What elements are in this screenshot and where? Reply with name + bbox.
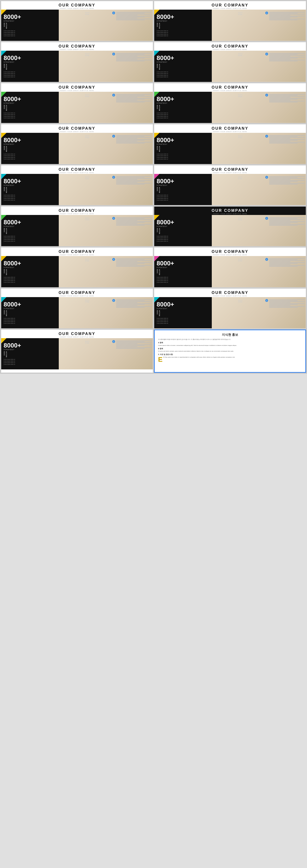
doc-line [116,302,152,302]
body-text: Lorem ipsum dolor sitLorem ipsum dolor s… [4,153,57,160]
doc-line [116,183,152,184]
slide-title: OUR COMPANY [2,126,152,131]
slide-subtitle: INSERT YOUR GREAT SUBTITLE HERE [155,295,305,297]
slide-card-17: OUR COMPANYINSERT YOUR GREAT SUBTITLE HE… [1,330,153,373]
doc-section-3: 3. 의견 및 첨언사항:EE Duis aute irure dolor in… [158,353,302,358]
doc-line [116,61,145,61]
slide-subtitle: INSERT YOUR GREAT SUBTITLE HERE [155,131,305,132]
doc-line [116,94,152,95]
doc-line [116,223,137,224]
slide-title: OUR COMPANY [155,85,305,90]
right-panel: iSUCCSTEE [212,215,306,246]
doc-line [116,12,152,12]
slide-content-area: 8000+STRATEGYSUCCACTIONLorem ipsum dolor… [154,10,306,41]
doc-line [269,137,305,137]
doc-line [269,136,298,137]
slide-header: OUR COMPANYINSERT YOUR GREAT SUBTITLE HE… [1,248,153,256]
doc-line [269,223,291,224]
strategy-label: STRATEGY [4,225,57,227]
chart-area [214,256,266,278]
doc-line [269,53,305,54]
slide-card-10: OUR COMPANYINSERT YOUR GREAT SUBTITLE HE… [154,165,306,205]
slide-header: OUR COMPANYINSERT YOUR GREAT SUBTITLE HE… [154,289,306,297]
strategy-label: STRATEGY [4,308,57,309]
doc-line [116,55,152,56]
succ-action-block: SUCCACTION [157,228,210,234]
doc-line [269,218,298,219]
doc-line [269,58,298,58]
big-number: 8000+ [157,219,210,225]
doc-line [269,98,305,98]
body-text-line: Lorem ipsum dolor sit [4,280,57,281]
body-text-line: Lorem ipsum dolor sit [157,198,210,199]
action-label: ACTION [6,146,7,152]
chart-area [61,256,113,278]
doc-line [116,302,137,303]
doc-line [269,176,305,177]
slide-content-area: 8000+STRATEGYSUCCACTIONLorem ipsum dolor… [154,297,306,328]
doc-line [116,222,145,223]
succ-action-block: SUCCACTION [157,23,210,29]
slide-subtitle: INSERT YOUR GREAT SUBTITLE HERE [2,295,152,297]
doc-line [116,16,152,16]
doc-line [116,307,145,308]
accent-corner [154,10,160,15]
slide-title: OUR COMPANY [155,167,305,172]
doc-section-0: 지식현대협회 회원 여러분의 협조에 감사드립니다. 이 홍보자료는 여러분의 … [158,338,302,341]
doc-line [116,225,145,225]
doc-line [269,135,305,136]
slide-card-4: OUR COMPANYINSERT YOUR GREAT SUBTITLE HE… [154,42,306,82]
succ-action-block: SUCCACTION [4,64,57,70]
big-number: 8000+ [157,178,210,184]
action-label: ACTION [6,269,7,275]
right-panel: iSUCCSTEE [212,256,306,287]
body-text-line: Lorem ipsum dolor sit [4,71,57,73]
doc-line [269,60,305,60]
doc-line [269,55,305,56]
doc-lines [269,135,305,144]
doc-line [116,100,137,100]
accent-corner [154,215,160,220]
success-label: SUCC [157,64,158,70]
slide-subtitle: INSERT YOUR GREAT SUBTITLE HERE [155,254,305,255]
doc-line [269,220,291,221]
doc-line [116,184,145,184]
doc-line [116,260,152,261]
doc-line [269,97,291,97]
body-text-line: Lorem ipsum dolor sit [4,278,57,280]
body-text: Lorem ipsum dolor sitLorem ipsum dolor s… [157,112,210,119]
doc-line [269,96,305,97]
slide-content-area: 8000+STRATEGYSUCCACTIONLorem ipsum dolor… [1,256,153,287]
slide-content-area: 8000+STRATEGYSUCCACTIONLorem ipsum dolor… [154,92,306,123]
slide-title: OUR COMPANY [2,85,152,90]
doc-lines [269,217,305,225]
doc-line [269,16,305,16]
chart-area [214,51,266,72]
action-label: ACTION [6,23,7,29]
doc-line [116,177,145,178]
accent-corner [1,215,6,220]
slide-title: OUR COMPANY [2,44,152,49]
slide-header: OUR COMPANYINSERT YOUR GREAT SUBTITLE HE… [1,1,153,10]
succ-action-block: SUCCACTION [157,146,210,152]
slide-subtitle: INSERT YOUR GREAT SUBTITLE HERE [155,90,305,91]
doc-line [269,302,291,303]
strategy-label: STRATEGY [4,102,57,104]
action-label: ACTION [159,146,160,152]
body-text-line: Lorem ipsum dolor sit [4,73,57,74]
doc-line [269,225,298,225]
slide-subtitle: INSERT YOUR GREAT SUBTITLE HERE [2,172,152,174]
right-panel: iSUCCSTEE [212,297,306,328]
doc-section-2: B 항목Ut enim ad minim veniam, quis nostru… [158,347,302,352]
big-number: 8000+ [4,342,57,348]
doc-line [116,264,137,265]
action-label: ACTION [159,310,160,316]
big-number: 8000+ [157,96,210,102]
doc-line [116,261,137,262]
doc-line [269,221,305,222]
succ-action-block: SUCCACTION [4,105,57,111]
doc-line [269,56,291,57]
doc-line [269,263,298,264]
doc-line [116,259,145,260]
body-text-line: Lorem ipsum dolor sit [4,364,57,365]
